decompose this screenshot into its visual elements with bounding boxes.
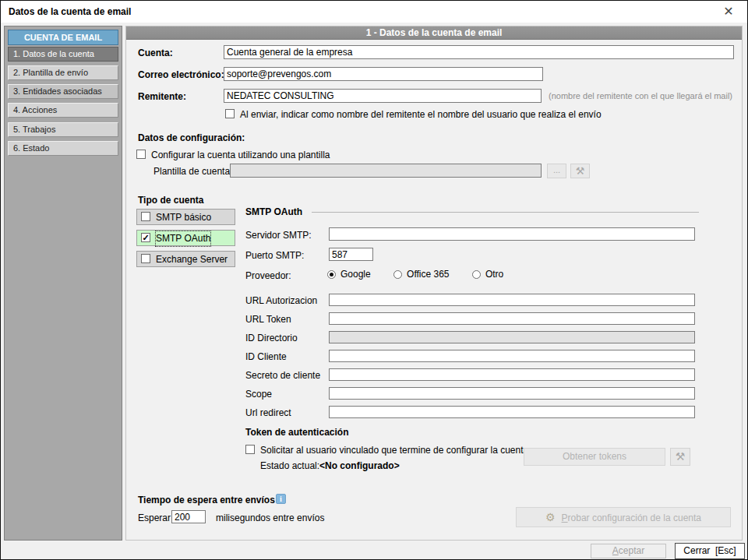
id-cliente-label: ID Cliente [245,351,287,362]
sidebar: CUENTA DE EMAIL 1. Datos de la cuenta 2.… [4,26,122,541]
oauth-section-title: SMTP OAuth [245,206,302,217]
id-directorio-label: ID Directorio [245,333,298,343]
sidebar-item-estado[interactable]: 6. Estado [8,141,118,156]
scope-input[interactable] [329,387,695,400]
ellipsis-icon: ... [553,165,560,174]
url-token-label: URL Token [245,314,291,325]
esperar-suffix: milisegundos entre envíos [216,512,324,523]
servidor-smtp-input[interactable] [329,227,695,241]
id-directorio-input [329,331,695,343]
plantilla-config-button[interactable]: ⚒ [570,164,590,178]
provider-google[interactable]: Google [327,269,371,280]
remitente-input[interactable] [224,89,542,103]
smtp-basico-label: SMTP básico [156,210,211,225]
proveedor-label: Proveedor: [245,270,291,281]
footer-bar: Aceptar Cerrar [Esc] [1,541,747,560]
correo-label: Correo electrónico: [138,69,224,80]
url-autorizacion-label: URL Autorizacion [245,295,317,306]
plantilla-label: Plantilla de cuenta: [153,166,232,177]
secreto-cliente-label: Secreto de cliente [245,370,320,381]
tools-icon: ⚒ [676,450,686,463]
puerto-smtp-label: Puerto SMTP: [245,250,304,261]
scope-label: Scope [245,389,272,400]
provider-otro[interactable]: Otro [472,269,503,280]
url-autorizacion-input[interactable] [329,294,695,306]
url-redirect-label: Url redirect [245,407,291,418]
smtp-oauth-label: SMTP OAuth [156,231,210,246]
dialog-window: Datos de la cuenta de email ✕ CUENTA DE … [0,0,748,560]
espera-section-title: Tiempo de espera entre envíos [138,495,275,505]
cuenta-input[interactable] [224,45,734,59]
solicitar-checkbox-label: Solicitar al usuario vinculado que termi… [260,445,528,456]
oauth-divider [312,212,699,213]
radio-selected-icon[interactable] [327,270,336,279]
sidebar-item-entidades-asociadas[interactable]: 3. Entidades asociadas [8,84,118,99]
plantilla-checkbox-label: Configurar la cuenta utilizando una plan… [151,150,330,160]
correo-input[interactable] [224,67,543,81]
smtp-basico-checkbox[interactable] [141,212,150,221]
obtener-tokens-button[interactable]: Obtener tokens [524,448,665,466]
smtp-basico-option[interactable]: SMTP básico [136,209,235,225]
token-section-title: Token de autenticación [245,427,348,438]
estado-actual-label: Estado actual: [260,460,319,471]
section-header: 1 - Datos de la cuenta de email [126,26,742,40]
sidebar-item-plantilla-envio[interactable]: 2. Plantilla de envío [8,65,118,80]
cerrar-button[interactable]: Cerrar [Esc] [675,543,745,559]
exchange-server-checkbox[interactable] [141,254,150,263]
secreto-cliente-input[interactable] [329,368,695,381]
sender-name-checkbox[interactable] [225,109,235,118]
provider-office365[interactable]: Office 365 [393,269,449,280]
window-title: Datos de la cuenta de email [9,6,131,17]
smtp-oauth-option[interactable]: ✓ SMTP OAuth [136,230,235,246]
tools-icon: ⚒ [576,165,585,177]
estado-actual-value: <No configurado> [319,460,400,471]
radio-icon[interactable] [472,270,481,279]
info-icon[interactable]: i [276,494,286,504]
remitente-note: (nombre del remitente con el que llegará… [549,91,732,100]
proveedor-radio-group: Google Office 365 Otro [327,269,524,280]
main-panel: 1 - Datos de la cuenta de email Cuenta: … [125,26,743,541]
sidebar-header: CUENTA DE EMAIL [8,30,118,45]
gear-icon: ⚙ [545,511,556,523]
plantilla-input [230,164,542,178]
sidebar-item-acciones[interactable]: 4. Acciones [8,103,118,118]
radio-icon[interactable] [393,270,402,279]
sender-name-checkbox-label: Al enviar, indicar como nombre del remit… [240,109,602,120]
exchange-server-option[interactable]: Exchange Server [136,251,235,267]
checkbox-checked-icon: ✓ [142,233,149,242]
cuenta-label: Cuenta: [138,48,173,58]
puerto-smtp-input[interactable] [329,248,373,261]
servidor-smtp-label: Servidor SMTP: [245,230,312,241]
exchange-server-label: Exchange Server [156,252,228,267]
probar-configuracion-button[interactable]: ⚙Probar configuración de la cuenta [516,507,731,527]
smtp-oauth-checkbox[interactable]: ✓ [141,233,150,242]
plantilla-browse-button[interactable]: ... [547,164,566,178]
sidebar-item-trabajos[interactable]: 5. Trabajos [8,122,118,137]
close-icon[interactable]: ✕ [719,4,738,19]
esperar-input[interactable] [171,510,206,523]
aceptar-button[interactable]: Aceptar [591,544,666,558]
id-cliente-input[interactable] [329,350,695,362]
solicitar-checkbox[interactable] [245,445,255,454]
url-redirect-input[interactable] [329,406,695,418]
esperar-label: Esperar [138,512,171,523]
remitente-label: Remitente: [138,91,186,102]
config-section-title: Datos de configuración: [138,132,245,143]
title-bar: Datos de la cuenta de email ✕ [1,1,747,23]
plantilla-checkbox[interactable] [136,150,146,159]
tipo-section-title: Tipo de cuenta [138,195,203,206]
token-config-button[interactable]: ⚒ [670,448,690,466]
sidebar-item-datos-cuenta[interactable]: 1. Datos de la cuenta [8,47,118,62]
url-token-input[interactable] [329,312,695,325]
